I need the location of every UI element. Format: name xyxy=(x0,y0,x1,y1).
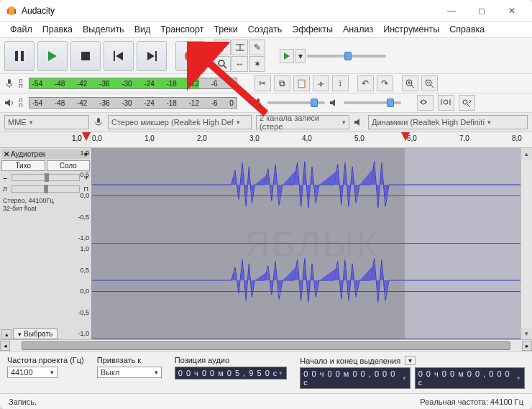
project-rate-combo[interactable]: 44100▾ xyxy=(7,367,58,378)
project-rate-label: Частота проекта (Гц) xyxy=(7,356,84,364)
fit-project-button[interactable] xyxy=(438,95,454,111)
undo-button[interactable]: ↶ xyxy=(357,75,374,91)
mic-device-icon xyxy=(93,117,104,127)
zoom-out-button[interactable] xyxy=(421,75,438,91)
menu-file[interactable]: Файл xyxy=(6,23,37,36)
svg-point-30 xyxy=(421,100,426,104)
selection-tool[interactable]: I xyxy=(214,40,231,55)
minimize-button[interactable]: — xyxy=(437,2,466,19)
menu-help[interactable]: Справка xyxy=(445,23,489,36)
recording-channels-combo[interactable]: 2 канала записи (стере▾ xyxy=(256,115,349,129)
track-name[interactable]: Аудиотрек xyxy=(11,150,45,158)
play-button[interactable] xyxy=(37,41,68,71)
envelope-tool[interactable] xyxy=(231,40,248,55)
svg-rect-18 xyxy=(8,79,11,84)
svg-point-11 xyxy=(185,50,196,62)
menu-edit[interactable]: Правка xyxy=(38,23,77,36)
menu-generate[interactable]: Создать xyxy=(244,23,287,36)
zoom-tool[interactable] xyxy=(214,56,231,72)
svg-rect-2 xyxy=(14,9,16,14)
pan-slider[interactable] xyxy=(12,185,80,193)
trim-button[interactable]: ⟛ xyxy=(313,75,329,91)
vertical-scrollbar[interactable]: ▴ ▾ xyxy=(520,148,532,339)
svg-rect-38 xyxy=(97,118,100,123)
close-button[interactable]: ✕ xyxy=(497,2,526,19)
menu-analyze[interactable]: Анализ xyxy=(339,23,377,36)
playback-meter[interactable]: -54-48-42-36-30-24-18-12-60 xyxy=(29,97,237,109)
mic-icon xyxy=(4,78,14,88)
track-close-button[interactable]: ✕ xyxy=(4,150,9,158)
redo-button[interactable]: ↷ xyxy=(377,75,393,91)
timeline-marker-cursor[interactable] xyxy=(401,132,410,141)
cut-button[interactable]: ✂ xyxy=(254,75,271,91)
zoom-toggle-icon xyxy=(462,98,472,107)
tracks-area: ✕ Аудиотрек ▾ Тихо Соло ‒+ ЛП Стерео, 44… xyxy=(0,148,532,339)
zoom-toggle-button[interactable] xyxy=(459,95,475,111)
audio-position-field[interactable]: 0 0 ч 0 0 м 0 5 , 9 5 0 с▾ xyxy=(175,367,288,380)
horizontal-scrollbar[interactable]: ◂ ▸ xyxy=(0,339,532,351)
speaker-small-icon xyxy=(329,98,339,108)
playback-device-combo[interactable]: Динамики (Realtek High Definiti▾ xyxy=(368,115,528,129)
fit-selection-icon xyxy=(420,98,430,107)
record-button[interactable] xyxy=(175,41,206,71)
menu-select[interactable]: Выделить xyxy=(78,23,129,36)
playback-volume-slider[interactable] xyxy=(344,101,401,104)
pause-button[interactable] xyxy=(4,41,35,71)
svg-line-37 xyxy=(467,104,470,107)
draw-tool[interactable]: ✎ xyxy=(249,40,265,55)
audio-host-combo[interactable]: MME▾ xyxy=(4,115,89,129)
zoom-in-button[interactable] xyxy=(402,75,418,91)
fit-project-icon xyxy=(441,98,451,107)
selection-start-field[interactable]: 0 0 ч 0 0 м 0 0 , 0 0 0 с▾ xyxy=(300,367,410,389)
multi-tool[interactable]: ✶ xyxy=(249,56,265,72)
play-at-speed-menu[interactable]: ▾ xyxy=(295,49,306,63)
playback-speed-slider[interactable] xyxy=(307,55,386,58)
svg-line-26 xyxy=(431,85,434,88)
skip-end-button[interactable] xyxy=(137,41,167,71)
selection-toolbar: Частота проекта (Гц) 44100▾ Привязать к … xyxy=(0,351,532,393)
titlebar: Audacity — ◻ ✕ xyxy=(0,0,532,22)
timeline[interactable]: 1,0 0,0 1,0 2,0 3,0 4,0 5,0 6,0 7,0 8,0 xyxy=(0,132,532,148)
collapse-button[interactable]: ▴ xyxy=(1,329,12,339)
selection-label: Начало и конец выделения xyxy=(300,357,400,365)
svg-marker-39 xyxy=(354,119,359,126)
recording-device-combo[interactable]: Стерео микшер (Realtek High Def▾ xyxy=(108,115,252,129)
mute-button[interactable]: Тихо xyxy=(1,160,45,171)
mic-small-icon xyxy=(253,98,263,108)
track-select-button[interactable]: Выбрать xyxy=(13,328,58,339)
audio-position-label: Позиция аудио xyxy=(175,356,288,364)
svg-marker-5 xyxy=(48,51,57,61)
selection-mode-combo[interactable]: ▾ xyxy=(405,356,416,365)
menu-transport[interactable]: Транспорт xyxy=(156,23,208,36)
selection-end-field[interactable]: 0 0 ч 0 0 м 0 0 , 0 0 0 с▾ xyxy=(415,367,525,389)
timeshift-tool[interactable]: ↔ xyxy=(231,56,248,72)
maximize-button[interactable]: ◻ xyxy=(467,2,496,19)
paste-button[interactable]: 📋 xyxy=(293,75,310,91)
recording-volume-slider[interactable] xyxy=(267,101,325,104)
fit-selection-button[interactable] xyxy=(417,95,434,111)
copy-button[interactable]: ⧉ xyxy=(274,75,290,91)
skip-end-icon xyxy=(147,51,157,61)
pause-icon xyxy=(14,51,24,61)
menu-view[interactable]: Вид xyxy=(130,23,155,36)
svg-marker-29 xyxy=(330,99,335,106)
play-small-icon xyxy=(283,52,290,60)
skip-start-button[interactable] xyxy=(104,41,134,71)
menu-effect[interactable]: Эффекты xyxy=(288,23,337,36)
gain-slider[interactable] xyxy=(12,174,80,181)
menu-tracks[interactable]: Треки xyxy=(209,23,242,36)
svg-rect-7 xyxy=(114,51,115,61)
svg-line-16 xyxy=(224,65,226,68)
waveform-area[interactable]: 1,00,50,0-0,5-1,0 1,00,50,0-0,5-1,0 xyxy=(92,148,532,339)
stop-button[interactable] xyxy=(70,41,101,71)
menu-tools[interactable]: Инструменты xyxy=(379,23,444,36)
snap-to-label: Привязать к xyxy=(97,356,162,364)
silence-button[interactable]: ⟟ xyxy=(332,75,349,91)
play-at-speed-button[interactable] xyxy=(280,49,294,63)
recording-meter[interactable]: -54-48-42-36-30-24-18-12-60 xyxy=(29,78,237,89)
play-icon xyxy=(47,50,58,62)
meter-R: П xyxy=(19,83,23,88)
svg-rect-28 xyxy=(257,98,260,104)
tools-palette: I ✎ ↔ ✶ xyxy=(214,40,265,72)
snap-to-combo[interactable]: Выкл▾ xyxy=(97,367,162,378)
